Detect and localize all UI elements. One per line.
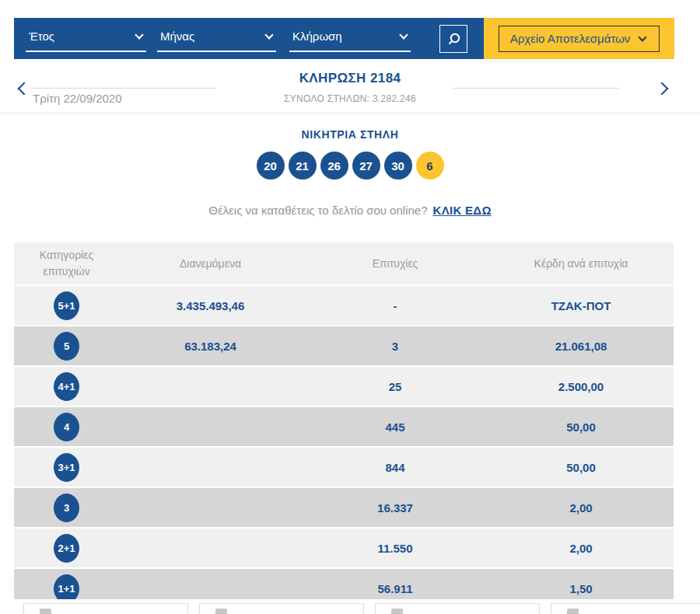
card-icon [391, 609, 403, 614]
card-icon [215, 609, 227, 614]
prize-cell: 1,50 [488, 582, 674, 595]
footer-cards-row [23, 603, 700, 614]
table-row: 4+1 25 2.500,00 [14, 367, 674, 406]
header-distributed: Διανεμόμενα [119, 257, 302, 270]
prize-cell: 2.500,00 [488, 380, 674, 393]
table-body: 5+1 3.435.493,46 - ΤΖΑΚ-ΠΟΤ 5 63.183,24 … [14, 286, 674, 599]
year-dropdown-label: Έτος [29, 30, 54, 43]
year-dropdown[interactable]: Έτος [26, 26, 146, 52]
category-badge: 3 [54, 494, 79, 522]
table-header-row: Κατηγορίες επιτυχιών Διανεμόμενα Επιτυχί… [14, 242, 674, 284]
draw-dropdown[interactable]: Κλήρωση [289, 26, 411, 52]
month-dropdown[interactable]: Μήνας [157, 26, 276, 52]
table-row: 2+1 11.550 2,00 [14, 529, 674, 567]
winners-cell: 56.911 [302, 582, 488, 595]
table-row: 4 445 50,00 [14, 407, 674, 446]
winning-number-ball: 26 [320, 152, 348, 180]
chevron-down-icon [399, 30, 408, 39]
category-badge: 2+1 [54, 534, 79, 563]
prize-cell: 21.061,08 [488, 340, 674, 353]
table-row: 3+1 844 50,00 [14, 448, 674, 487]
prize-cell: ΤΖΑΚ-ΠΟΤ [488, 299, 674, 312]
header-categories: Κατηγορίες επιτυχιών [14, 247, 119, 280]
footer-card[interactable] [23, 603, 188, 614]
card-icon [567, 609, 579, 614]
results-filter-bar: Έτος Μήνας Κλήρωση Αρχείο Αποτελεσμάτων [14, 18, 674, 59]
winning-number-ball: 20 [257, 152, 285, 180]
winning-numbers: 20 21 26 27 30 6 [0, 152, 700, 180]
category-badge: 4 [54, 413, 79, 441]
winning-number-ball: 30 [384, 152, 412, 180]
category-badge: 5 [54, 332, 79, 361]
cta-text: Θέλεις να καταθέτεις το δελτίο σου onlin… [208, 204, 427, 217]
winners-cell: 11.550 [302, 542, 488, 555]
prize-cell: 50,00 [488, 461, 674, 474]
prize-results-table: Κατηγορίες επιτυχιών Διανεμόμενα Επιτυχί… [14, 242, 674, 599]
distributed-cell: 3.435.493,46 [119, 299, 302, 312]
winners-cell: 3 [302, 340, 488, 353]
prize-cell: 50,00 [488, 420, 674, 434]
winners-cell: 844 [302, 461, 488, 474]
winners-cell: 16.337 [302, 501, 488, 515]
category-badge: 3+1 [54, 453, 79, 482]
winners-cell: 445 [302, 420, 488, 434]
winning-column-title: ΝΙΚΗΤΡΙΑ ΣΤΗΛΗ [0, 128, 700, 141]
filter-bar-blue-section: Έτος Μήνας Κλήρωση [14, 18, 484, 59]
category-badge: 4+1 [54, 372, 79, 401]
archive-results-button[interactable]: Αρχείο Αποτελεσμάτων [499, 26, 660, 52]
prize-cell: 2,00 [488, 501, 674, 515]
tzoker-results-page: Έτος Μήνας Κλήρωση Αρχείο Αποτελεσμάτων [0, 0, 700, 614]
card-icon [40, 609, 51, 614]
category-badge: 1+1 [54, 574, 79, 600]
footer-card[interactable] [551, 603, 700, 614]
table-row: 5+1 3.435.493,46 - ΤΖΑΚ-ΠΟΤ [14, 286, 674, 325]
table-row: 1+1 56.911 1,50 [14, 569, 674, 599]
winning-column-section: ΝΙΚΗΤΡΙΑ ΣΤΗΛΗ 20 21 26 27 30 6 [0, 128, 700, 180]
draw-navigation-header: Τρίτη 22/09/2020 ΚΛΗΡΩΣΗ 2184 ΣΥΝΟΛΟ ΣΤΗ… [0, 59, 700, 113]
winners-cell: 25 [302, 380, 488, 393]
footer-card[interactable] [199, 603, 364, 614]
winners-cell: - [302, 299, 488, 312]
chevron-down-icon [639, 33, 647, 41]
table-row: 3 16.337 2,00 [14, 488, 674, 527]
chevron-down-icon [135, 30, 143, 39]
header-winners: Επιτυχίες [302, 257, 488, 270]
winning-number-ball: 21 [289, 152, 317, 180]
divider [31, 88, 216, 89]
joker-number-ball: 6 [416, 152, 444, 180]
header-prize-per-win: Κέρδη ανά επιτυχία [488, 257, 674, 270]
search-button[interactable] [439, 25, 467, 53]
footer-card[interactable] [375, 603, 540, 614]
distributed-cell: 63.183,24 [119, 340, 302, 353]
filter-bar-yellow-section: Αρχείο Αποτελεσμάτων [484, 18, 674, 59]
play-online-cta: Θέλεις να καταθέτεις το δελτίο σου onlin… [0, 204, 700, 217]
magnifier-icon [446, 32, 461, 47]
draw-dropdown-label: Κλήρωση [292, 30, 342, 43]
table-row: 5 63.183,24 3 21.061,08 [14, 326, 674, 365]
divider [453, 88, 618, 89]
month-dropdown-label: Μήνας [160, 30, 194, 43]
draw-title: ΚΛΗΡΩΣΗ 2184 [0, 71, 700, 86]
archive-results-label: Αρχείο Αποτελεσμάτων [510, 32, 631, 45]
prize-cell: 2,00 [488, 542, 674, 555]
click-here-link[interactable]: ΚΛΙΚ ΕΔΩ [433, 204, 492, 217]
winning-number-ball: 27 [352, 152, 380, 180]
chevron-down-icon [264, 30, 273, 39]
draw-total-columns: ΣΥΝΟΛΟ ΣΤΗΛΩΝ: 3.282.246 [0, 93, 700, 104]
category-badge: 5+1 [54, 291, 79, 320]
